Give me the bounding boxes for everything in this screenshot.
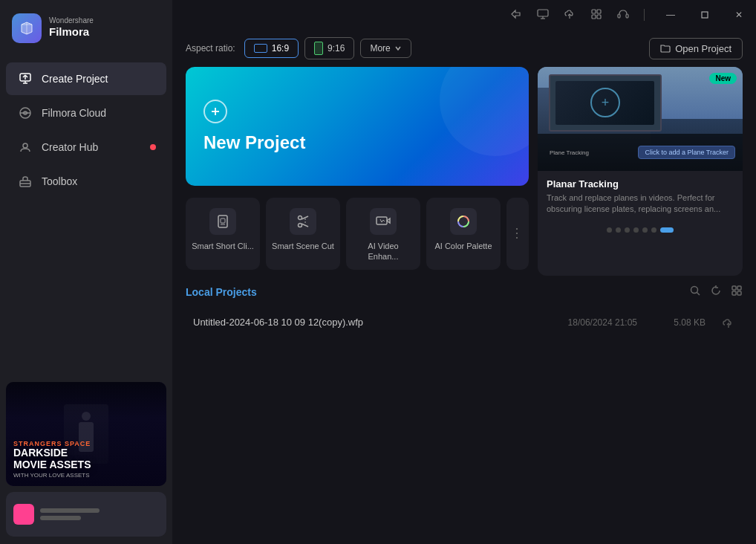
ai-video-enhance-icon bbox=[370, 208, 397, 235]
minimize-button[interactable]: — bbox=[654, 3, 688, 27]
app-logo-icon bbox=[12, 13, 42, 43]
folder-icon bbox=[660, 43, 671, 54]
aspect-9-16-button[interactable]: 9:16 bbox=[304, 37, 354, 59]
dot-5[interactable] bbox=[651, 227, 656, 233]
sidebar-item-toolbox[interactable]: Toolbox bbox=[6, 165, 166, 198]
new-project-card[interactable]: New Project bbox=[186, 67, 529, 186]
dot-0[interactable] bbox=[607, 227, 612, 233]
featured-panel: + Plane Tracking Click to add a Plane Tr… bbox=[538, 67, 743, 276]
feature-card-smart-scene-cut[interactable]: Smart Scene Cut bbox=[266, 198, 340, 270]
add-plane-tracker-btn[interactable]: Click to add a Plane Tracker bbox=[638, 146, 735, 159]
filmora-cloud-icon bbox=[18, 106, 33, 120]
svg-point-27 bbox=[299, 216, 302, 220]
nav-items: Create Project Filmora Cloud Creator bbox=[0, 56, 172, 204]
view-toggle-button[interactable] bbox=[731, 285, 743, 299]
svg-rect-39 bbox=[737, 286, 741, 290]
aspect-16-9-button[interactable]: 16:9 bbox=[244, 39, 299, 58]
sidebar-item-create-project[interactable]: Create Project bbox=[6, 62, 166, 95]
local-projects-header: Local Projects bbox=[186, 285, 743, 299]
card2-line-2 bbox=[40, 516, 81, 520]
restore-button[interactable] bbox=[688, 3, 722, 27]
feature-card-ai-color-palette[interactable]: AI Color Palette bbox=[426, 198, 501, 270]
more-features-icon: ⋯ bbox=[509, 227, 526, 240]
main-content: — ✕ Aspect ratio: 16:9 9:16 More bbox=[172, 0, 756, 544]
refresh-projects-button[interactable] bbox=[710, 285, 722, 299]
headset-icon[interactable] bbox=[617, 8, 629, 22]
featured-image: + Plane Tracking Click to add a Plane Tr… bbox=[538, 67, 743, 171]
feature-label-smart-short-clip: Smart Short Cli... bbox=[192, 241, 254, 251]
table-row[interactable]: Untitled-2024-06-18 10 09 12(copy).wfp 1… bbox=[186, 307, 743, 338]
ai-color-palette-icon bbox=[450, 208, 477, 235]
feature-card-smart-short-clip[interactable]: Smart Short Cli... bbox=[186, 198, 260, 270]
dot-6-active[interactable] bbox=[660, 227, 674, 233]
svg-point-8 bbox=[23, 143, 27, 148]
svg-line-37 bbox=[697, 292, 700, 295]
card1-sub2: WITH YOUR LOVE ASSETS bbox=[13, 472, 91, 479]
svg-rect-38 bbox=[732, 286, 736, 290]
toolbox-icon bbox=[18, 174, 33, 189]
dot-2[interactable] bbox=[625, 227, 630, 233]
svg-rect-18 bbox=[597, 15, 601, 19]
promo-card-2[interactable] bbox=[6, 492, 166, 537]
project-name: Untitled-2024-06-18 10 09 12(copy).wfp bbox=[193, 317, 532, 328]
aspect-9-16-icon bbox=[314, 42, 323, 55]
more-label: More bbox=[370, 43, 390, 54]
create-project-icon bbox=[18, 71, 33, 86]
svg-point-35 bbox=[462, 220, 465, 223]
open-project-label: Open Project bbox=[675, 43, 731, 54]
creator-hub-icon bbox=[18, 140, 33, 155]
logo-text: Wondershare Filmora bbox=[49, 17, 94, 39]
featured-dots bbox=[538, 223, 743, 234]
featured-info: Planar Tracking Track and replace planes… bbox=[538, 171, 743, 223]
svg-rect-17 bbox=[592, 15, 596, 19]
smart-short-clip-icon bbox=[209, 208, 236, 235]
svg-rect-40 bbox=[732, 291, 736, 295]
svg-rect-20 bbox=[626, 14, 628, 18]
svg-rect-32 bbox=[377, 217, 387, 224]
sidebar-item-label-cloud: Filmora Cloud bbox=[42, 107, 106, 119]
brand-name: Wondershare bbox=[49, 17, 94, 25]
new-project-title: New Project bbox=[203, 132, 511, 153]
featured-description: Track and replace planes in videos. Perf… bbox=[547, 192, 734, 216]
sidebar-item-creator-hub[interactable]: Creator Hub bbox=[6, 131, 166, 163]
aspect-ratio-label: Aspect ratio: bbox=[186, 43, 235, 54]
logo-area: Wondershare Filmora bbox=[0, 0, 172, 56]
more-features-button[interactable]: ⋯ bbox=[506, 198, 529, 270]
aspect-9-16-label: 9:16 bbox=[328, 43, 345, 54]
svg-rect-25 bbox=[221, 218, 225, 223]
send-icon[interactable] bbox=[510, 8, 522, 22]
section-actions bbox=[689, 285, 743, 299]
search-projects-button[interactable] bbox=[689, 285, 701, 299]
project-upload-button[interactable] bbox=[714, 316, 735, 329]
dot-4[interactable] bbox=[642, 227, 648, 233]
left-col: New Project Smart Short Cli... bbox=[186, 67, 529, 276]
aspect-16-9-icon bbox=[254, 44, 267, 53]
feature-card-ai-video-enhance[interactable]: AI Video Enhan... bbox=[346, 198, 420, 270]
grid-icon[interactable] bbox=[590, 8, 602, 22]
close-button[interactable]: ✕ bbox=[722, 3, 756, 27]
dot-3[interactable] bbox=[633, 227, 639, 233]
cloud-upload-icon[interactable] bbox=[564, 8, 576, 22]
monitor-icon[interactable] bbox=[537, 8, 549, 22]
card1-subtitle: MOVIE ASSETS bbox=[13, 459, 91, 470]
sidebar-item-filmora-cloud[interactable]: Filmora Cloud bbox=[6, 97, 166, 129]
feature-label-ai-video-enhance: AI Video Enhan... bbox=[352, 241, 414, 262]
feature-cards-row: Smart Short Cli... Smart bbox=[186, 192, 529, 276]
card2-lines bbox=[40, 508, 100, 520]
card1-title: DARKSIDE bbox=[13, 447, 91, 459]
project-size: 5.08 KB bbox=[646, 317, 706, 328]
system-icons bbox=[501, 0, 654, 30]
more-aspect-button[interactable]: More bbox=[360, 39, 411, 58]
aspect-16-9-label: 16:9 bbox=[272, 43, 289, 54]
dot-1[interactable] bbox=[616, 227, 621, 233]
chevron-down-icon bbox=[394, 45, 402, 52]
open-project-button[interactable]: Open Project bbox=[649, 38, 743, 59]
svg-point-28 bbox=[299, 224, 302, 227]
feature-label-ai-color-palette: AI Color Palette bbox=[434, 241, 492, 251]
svg-line-30 bbox=[302, 224, 308, 227]
sidebar: Wondershare Filmora Create Project bbox=[0, 0, 172, 544]
sidebar-item-label-toolbox: Toolbox bbox=[42, 175, 77, 187]
content-area: New Project Smart Short Cli... bbox=[172, 67, 756, 544]
promo-card-1[interactable]: STRANGERS SPACE DARKSIDE MOVIE ASSETS WI… bbox=[6, 382, 166, 486]
top-row: New Project Smart Short Cli... bbox=[186, 67, 743, 276]
